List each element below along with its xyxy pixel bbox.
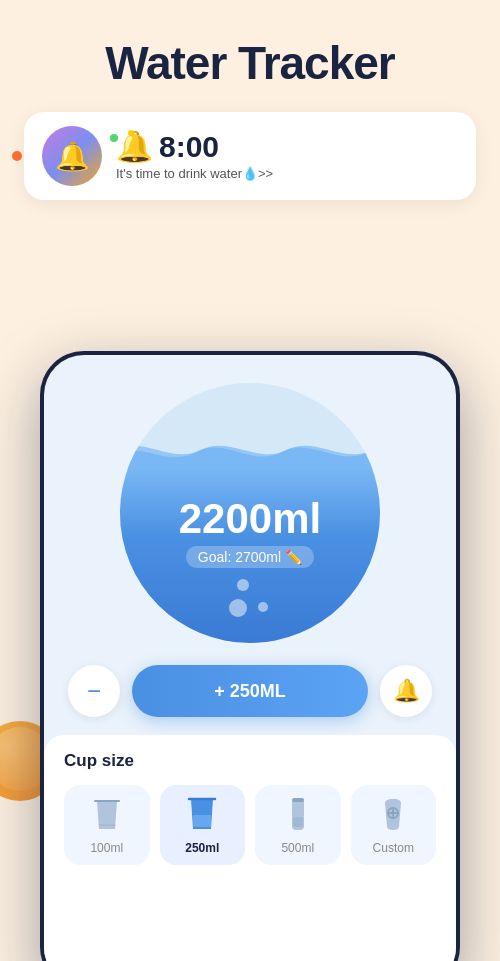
notification-text: 🔔 8:00 It's time to drink water💧>> (116, 132, 273, 181)
bell-icon: 🔔 (116, 132, 153, 162)
water-goal[interactable]: Goal: 2700ml ✏️ (186, 546, 314, 568)
water-text-container: 2200ml Goal: 2700ml ✏️ (179, 498, 321, 568)
water-amount: 2200ml (179, 498, 321, 540)
bubble-1 (237, 579, 249, 591)
app-title: Water Tracker (0, 0, 500, 90)
water-circle[interactable]: 2200ml Goal: 2700ml ✏️ (120, 383, 380, 643)
cup-size-section: Cup size 100ml (44, 735, 456, 961)
dot-decoration-orange (12, 151, 22, 161)
minus-button[interactable]: − (68, 665, 120, 717)
cup-icon-100ml (91, 797, 123, 833)
svg-rect-2 (292, 798, 304, 802)
cup-label-500ml: 500ml (281, 841, 314, 855)
dot-decoration-green (110, 134, 118, 142)
water-wave-svg (120, 430, 380, 470)
cup-icon-250ml (186, 797, 218, 833)
phone-frame: 2200ml Goal: 2700ml ✏️ − + 250ML 🔔 Cup s… (40, 351, 460, 961)
edit-icon: ✏️ (285, 549, 302, 565)
notification-time: 🔔 8:00 (116, 132, 273, 162)
cup-options: 100ml 250ml (64, 785, 436, 865)
cup-label-250ml: 250ml (185, 841, 219, 855)
notification-message: It's time to drink water💧>> (116, 166, 273, 181)
add-water-button[interactable]: + 250ML (132, 665, 368, 717)
cup-option-500ml[interactable]: 500ml (255, 785, 341, 865)
cup-label-100ml: 100ml (90, 841, 123, 855)
cup-icon-500ml (282, 797, 314, 833)
dot-decoration-yellow (128, 130, 134, 136)
phone-screen: 2200ml Goal: 2700ml ✏️ − + 250ML 🔔 Cup s… (44, 355, 456, 961)
cup-icon-custom (377, 797, 409, 833)
bell-button[interactable]: 🔔 (380, 665, 432, 717)
cup-label-custom: Custom (373, 841, 414, 855)
cup-size-title: Cup size (64, 751, 436, 771)
control-bar: − + 250ML 🔔 (44, 665, 456, 717)
cup-option-250ml[interactable]: 250ml (160, 785, 246, 865)
svg-rect-3 (293, 817, 303, 827)
notification-avatar (42, 126, 102, 186)
bubble-3 (258, 602, 268, 612)
cup-option-custom[interactable]: Custom (351, 785, 437, 865)
notification-card[interactable]: 🔔 8:00 It's time to drink water💧>> (24, 112, 476, 200)
svg-rect-0 (193, 815, 211, 827)
cup-option-100ml[interactable]: 100ml (64, 785, 150, 865)
